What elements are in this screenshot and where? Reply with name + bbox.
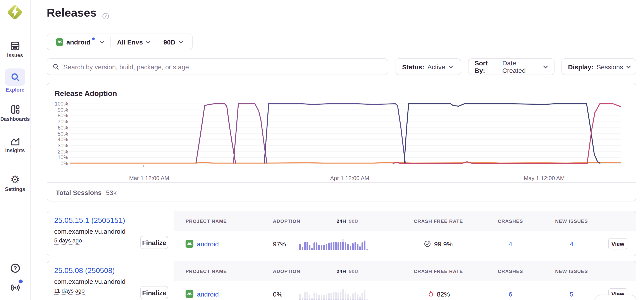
y-axis-tick-label: 100% [49, 101, 68, 107]
new-issues-count[interactable]: 4 [570, 240, 574, 247]
x-axis-tick [538, 165, 538, 167]
date-range-filter[interactable]: 90D [157, 34, 189, 50]
android-project-icon [186, 240, 194, 248]
y-axis-tick-label: 50% [49, 131, 68, 137]
x-axis-tick-label: Mar 1 12:00 AM [118, 175, 180, 181]
new-issues-count[interactable]: 5 [570, 290, 574, 298]
sidebar-item-insights[interactable]: Insights [0, 135, 30, 153]
search-icon [10, 72, 20, 82]
release-age: 5 days ago [54, 237, 82, 245]
x-axis-tick-label: Apr 1 12:00 AM [319, 175, 380, 181]
sidebar-item-label: Dashboards [0, 116, 30, 122]
x-axis-tick-label: May 1 12:00 AM [514, 175, 575, 181]
col-timerange-toggle: 24H 90D [337, 261, 358, 281]
chevron-down-icon [448, 65, 453, 68]
search-placeholder: Search by version, build, package, or st… [63, 63, 189, 70]
sort-by-dropdown[interactable]: Sort By: Date Created [468, 58, 554, 75]
app-window: Issues Explore Dashboards [0, 0, 644, 300]
status-dropdown-value: Active [428, 63, 445, 70]
toggle-90d[interactable]: 90D [349, 268, 358, 274]
release-table-header: PROJECT NAME ADOPTION 24H 90D CRASH FREE… [174, 211, 636, 231]
y-axis-tick-label: 80% [49, 113, 68, 119]
view-button[interactable]: View [608, 238, 628, 249]
x-axis-tick [344, 165, 344, 167]
y-axis-tick-label: 60% [49, 125, 68, 131]
crashes-count[interactable]: 6 [509, 290, 512, 298]
sessions-sparkline [299, 287, 369, 300]
col-crashes: CRASHES [484, 211, 536, 231]
toggle-90d[interactable]: 90D [349, 218, 358, 223]
page-filter-bar: android All Envs 90D [47, 34, 192, 50]
svg-text:?: ? [104, 14, 107, 18]
sidebar-help-button[interactable]: ? [0, 263, 30, 274]
chevron-down-icon [178, 40, 183, 43]
issues-icon [10, 40, 21, 51]
release-table-row: android 97% 99.9% 4 4 View [174, 231, 636, 256]
chevron-down-icon [100, 40, 104, 43]
sidebar-item-label: Insights [5, 148, 25, 153]
toggle-24h[interactable]: 24H [337, 218, 346, 223]
release-version-link[interactable]: 25.05.08 (250508) [54, 266, 115, 275]
release-table-header: PROJECT NAME ADOPTION 24H 90D CRASH FREE… [174, 261, 636, 281]
sidebar-item-dashboards[interactable]: Dashboards [0, 104, 30, 122]
fire-icon [427, 291, 434, 298]
sidebar-item-settings[interactable]: ⚙ Settings [0, 174, 30, 192]
crash-free-value: 99.9% [434, 240, 452, 247]
col-project-name: PROJECT NAME [186, 211, 268, 231]
finalize-button[interactable]: Finalize [140, 286, 168, 299]
release-version-link[interactable]: 25.05.15.1 (2505151) [54, 216, 125, 225]
project-filter-label: android [66, 38, 90, 46]
release-adoption-panel: Release Adoption 100%90%80%70%60%50%40%3… [47, 83, 636, 201]
notification-dot [18, 280, 22, 284]
status-dropdown[interactable]: Status: Active [396, 58, 461, 75]
crash-free-value: 82% [437, 290, 450, 298]
adoption-value: 0% [273, 290, 282, 298]
logo-icon [6, 3, 24, 21]
status-dropdown-label: Status: [402, 63, 424, 70]
y-axis-tick-label: 20% [49, 149, 68, 154]
chevron-down-icon [543, 65, 548, 68]
release-search-input[interactable]: Search by version, build, package, or st… [47, 58, 388, 75]
app-logo[interactable] [6, 3, 24, 21]
sidebar-whats-new-button[interactable] [0, 281, 30, 293]
adoption-chart-title: Release Adoption [54, 89, 117, 98]
col-adoption: ADOPTION [273, 211, 304, 231]
sidebar-item-label: Issues [7, 53, 23, 58]
y-axis-tick-label: 0% [49, 160, 68, 166]
y-axis-tick-label: 70% [49, 119, 68, 125]
col-crashes: CRASHES [484, 261, 536, 281]
sidebar-item-issues[interactable]: Issues [0, 40, 30, 58]
release-package: com.example.vu.android [54, 278, 126, 285]
release-row-group: 25.05.15.1 (2505151) com.example.vu.andr… [47, 211, 636, 256]
sidebar: Issues Explore Dashboards [0, 0, 30, 300]
toggle-24h[interactable]: 24H [337, 268, 346, 274]
finalize-button[interactable]: Finalize [140, 236, 168, 249]
release-table-row: android 0% 82% 6 5 View [174, 281, 636, 300]
col-crash-free-rate: CRASH FREE RATE [401, 261, 476, 281]
help-circle-icon: ? [10, 263, 21, 274]
y-axis-tick-label: 90% [49, 107, 68, 113]
project-filter[interactable]: android [50, 34, 110, 50]
sort-by-dropdown-value: Date Created [502, 59, 540, 74]
display-dropdown[interactable]: Display: Sessions [562, 58, 636, 75]
floating-widget-cutoff[interactable] [595, 295, 636, 300]
android-project-icon [186, 290, 194, 298]
sidebar-item-explore[interactable]: Explore [0, 68, 30, 92]
chevron-down-icon [146, 40, 151, 43]
sessions-sparkline [299, 237, 369, 250]
explore-active-highlight [5, 68, 25, 86]
project-link[interactable]: android [197, 290, 219, 298]
chevron-down-icon [626, 65, 631, 68]
sidebar-item-label: Explore [6, 87, 24, 92]
page-help-icon[interactable]: ? [102, 13, 109, 20]
page-title: Releases [47, 6, 97, 20]
total-sessions-row: Total Sessions 53k [47, 182, 636, 202]
adoption-line-chart [70, 101, 621, 166]
col-new-issues: NEW ISSUES [545, 261, 598, 281]
environment-filter[interactable]: All Envs [111, 34, 157, 50]
sidebar-item-label: Settings [5, 187, 25, 192]
total-sessions-label: Total Sessions [56, 189, 102, 196]
project-link[interactable]: android [197, 240, 219, 247]
crashes-count[interactable]: 4 [509, 240, 512, 247]
sort-by-dropdown-label: Sort By: [474, 59, 499, 74]
